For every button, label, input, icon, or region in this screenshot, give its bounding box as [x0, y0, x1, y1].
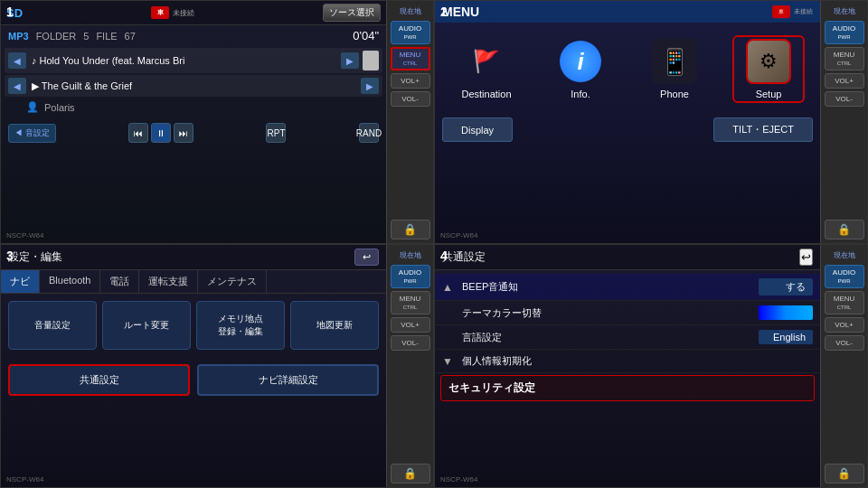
navi-detail-settings-button[interactable]: ナビ詳細設定 — [197, 364, 379, 396]
phone-menu-item[interactable]: 📱 Phone — [638, 39, 711, 99]
audio-button-q2[interactable]: AUDIOPWR — [825, 21, 864, 44]
rewind-button[interactable]: ⏮ — [128, 123, 148, 143]
language-row[interactable]: 言語設定 English — [435, 325, 820, 350]
prev-folder-button[interactable]: ◀ — [8, 78, 26, 94]
lock-button-q3[interactable]: 🔒 — [391, 464, 430, 483]
display-button[interactable]: Display — [442, 117, 513, 142]
settings-screen: 設定・編集 ↩ ナビ Bluetooth 電話 運転支援 メンテナス 音量設定 … — [1, 245, 386, 487]
theme-label: テーマカラー切替 — [462, 306, 751, 320]
beep-row[interactable]: ▲ BEEP音通知 する — [435, 274, 820, 301]
vol-minus-q2[interactable]: VOL- — [825, 91, 864, 107]
folder-label: FOLDER — [36, 31, 77, 42]
file-type: MP3 — [8, 31, 29, 42]
back-button-q3[interactable]: ↩ — [354, 249, 379, 266]
artist-name: Polaris — [44, 102, 75, 113]
vol-plus-q3[interactable]: VOL+ — [391, 317, 430, 333]
quadrant-2: MENU 車 未接続 🚩 Destination i Info. 📱 — [434, 0, 868, 244]
info-menu-item[interactable]: i Info. — [544, 39, 617, 99]
destination-icon: 🚩 — [464, 39, 509, 84]
info-icon: i — [558, 39, 603, 84]
pause-button[interactable]: ⏸ — [151, 123, 171, 143]
audio-button-q4[interactable]: AUDIOPWR — [825, 265, 864, 288]
vol-plus-q4[interactable]: VOL+ — [825, 317, 864, 333]
menu-button-q3[interactable]: MENUCTRL — [391, 291, 430, 314]
next-track-button[interactable]: ▶ — [341, 52, 359, 69]
connection-q2: 未接続 — [794, 7, 813, 16]
tab-phone[interactable]: 電話 — [100, 270, 139, 293]
track-2-title: ▶ The Guilt & the Grief — [26, 80, 361, 92]
sd-card-icon — [363, 51, 379, 70]
security-row[interactable]: セキュリティ設定 — [440, 375, 815, 401]
vol-minus-q1[interactable]: VOL- — [391, 91, 430, 107]
tilt-eject-button[interactable]: TILT・EJECT — [713, 117, 813, 142]
setup-icon: ⚙ — [746, 39, 791, 84]
side-panel-q2: 現在地 AUDIOPWR MENUCTRL VOL+ VOL- 🔒 — [820, 1, 867, 243]
info-label: Info. — [571, 89, 590, 99]
menu-button-q2[interactable]: MENUCTRL — [825, 47, 864, 70]
setup-menu-item[interactable]: ⚙ Setup — [732, 35, 805, 103]
device-label-q4: NSCP-W64 — [440, 475, 477, 483]
logo-icon: 車 — [151, 6, 169, 19]
fast-forward-button[interactable]: ⏭ — [174, 123, 193, 143]
connection-status: 未接続 — [173, 8, 194, 18]
menu-button-q4[interactable]: MENUCTRL — [825, 291, 864, 314]
beep-label: BEEP音通知 — [462, 280, 751, 294]
sound-settings-button[interactable]: ◀ 音設定 — [8, 124, 56, 143]
logo-icon-q2: 車 — [772, 5, 790, 18]
tab-navi[interactable]: ナビ — [1, 270, 40, 293]
tab-drive-support[interactable]: 運転支援 — [139, 270, 198, 293]
tab-maintenance[interactable]: メンテナス — [198, 270, 267, 293]
rpt-button[interactable]: RPT — [266, 123, 286, 143]
route-change-button[interactable]: ルート変更 — [102, 301, 191, 350]
audio-button-q1[interactable]: AUDIOPWR — [391, 21, 430, 44]
phone-icon: 📱 — [652, 39, 697, 84]
side-panel-q3: 現在地 AUDIOPWR MENUCTRL VOL+ VOL- 🔒 — [386, 245, 433, 487]
info-circle-icon: i — [560, 41, 601, 82]
device-label-q3: NSCP-W64 — [6, 475, 43, 483]
quadrant-4: 共通設定 ↩ ▲ BEEP音通知 する テーマカラー切替 言語設定 Englis… — [434, 244, 868, 488]
time-display: 0'04" — [353, 29, 379, 42]
menu-button-q1[interactable]: MENUCTRL — [391, 47, 430, 70]
language-value: English — [759, 330, 813, 344]
beep-value: する — [759, 278, 813, 296]
memory-point-button[interactable]: メモリ地点登録・編集 — [196, 301, 285, 350]
side-panel-q1: 現在地 AUDIOPWR MENUCTRL VOL+ VOL- 🔒 — [386, 1, 433, 243]
quad-number-1: 1 — [6, 5, 14, 19]
lock-button-q1[interactable]: 🔒 — [391, 220, 430, 239]
prev-track-button[interactable]: ◀ — [8, 52, 26, 69]
volume-settings-button[interactable]: 音量設定 — [8, 301, 97, 350]
vol-plus-q1[interactable]: VOL+ — [391, 73, 430, 89]
vol-plus-q2[interactable]: VOL+ — [825, 73, 864, 89]
personal-info-row[interactable]: ▼ 個人情報初期化 — [435, 350, 820, 373]
common-settings-screen: 共通設定 ↩ ▲ BEEP音通知 する テーマカラー切替 言語設定 Englis… — [435, 245, 820, 487]
quadrant-1: SD 車 未接続 ソース選択 MP3 FOLDER 5 FILE 67 0'04… — [0, 0, 434, 244]
artist-icon: 👤 — [26, 101, 39, 113]
next-folder-button[interactable]: ▶ — [361, 78, 379, 94]
lock-button-q4[interactable]: 🔒 — [825, 464, 864, 483]
vol-minus-q3[interactable]: VOL- — [391, 335, 430, 351]
folder-num: 5 — [83, 31, 89, 42]
tab-bluetooth[interactable]: Bluetooth — [40, 270, 100, 293]
source-select-button[interactable]: ソース選択 — [323, 4, 381, 22]
vol-minus-q4[interactable]: VOL- — [825, 335, 864, 351]
common-settings-button[interactable]: 共通設定 — [8, 364, 190, 396]
common-settings-title: 共通設定 — [442, 249, 486, 265]
file-label: FILE — [96, 31, 117, 42]
phone-label: Phone — [660, 89, 689, 99]
destination-label: Destination — [461, 89, 511, 99]
rand-button[interactable]: RAND — [359, 123, 379, 143]
mp3-screen: SD 車 未接続 ソース選択 MP3 FOLDER 5 FILE 67 0'04… — [1, 1, 386, 243]
security-label: セキュリティ設定 — [448, 380, 535, 396]
map-update-button[interactable]: 地図更新 — [290, 301, 379, 350]
genzaichi-label-q2: 現在地 — [832, 5, 857, 18]
side-panel-q4: 現在地 AUDIOPWR MENUCTRL VOL+ VOL- 🔒 — [820, 245, 867, 487]
genzaichi-label-q3: 現在地 — [398, 249, 423, 262]
file-num: 67 — [125, 31, 136, 42]
lock-button-q2[interactable]: 🔒 — [825, 220, 864, 239]
menu-screen: MENU 車 未接続 🚩 Destination i Info. 📱 — [435, 1, 820, 243]
destination-menu-item[interactable]: 🚩 Destination — [450, 39, 523, 99]
theme-color-row[interactable]: テーマカラー切替 — [435, 301, 820, 325]
setup-label: Setup — [756, 89, 782, 99]
audio-button-q3[interactable]: AUDIOPWR — [391, 265, 430, 288]
back-button-q4[interactable]: ↩ — [799, 249, 813, 266]
